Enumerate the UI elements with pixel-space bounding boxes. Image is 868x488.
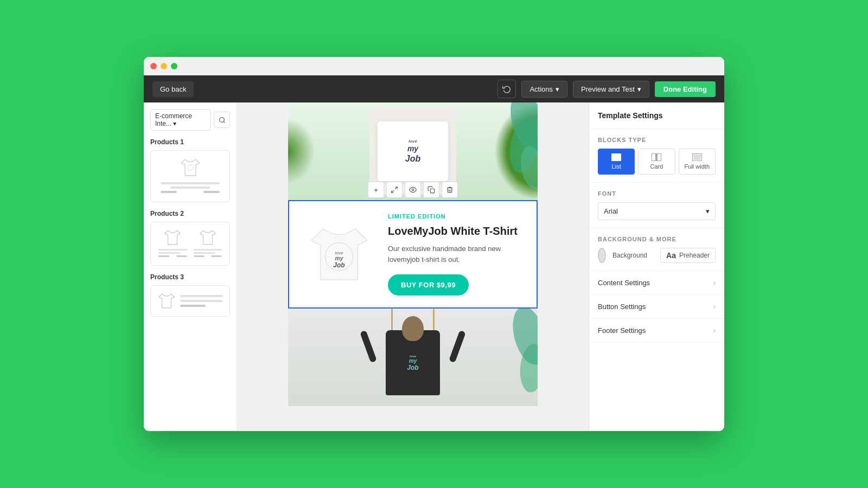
svg-line-7 [392,190,394,192]
browser-window: Go back Actions ▾ Preview and Test ▾ Don… [144,57,724,431]
blocks-type-section: BLOCKS TYPE List [589,129,724,183]
p2-line-2 [158,252,180,254]
product-block[interactable]: love my Job LIMITED EDITION LoveMyJob Wh… [288,200,538,309]
card-layout-icon [652,153,661,161]
dot-green-window[interactable] [171,63,177,69]
p1-line-2 [170,187,210,189]
p2-item-2 [193,229,224,259]
email-preview-container: love my Job [237,102,589,431]
footer-settings-label: Footer Settings [598,326,646,335]
email-content-wrapper: love my Job [288,102,538,431]
search-button[interactable] [214,112,230,128]
svg-point-8 [412,189,414,191]
p2-line-3 [194,249,222,251]
block-type-fullwidth-label: Full width [685,163,710,170]
copy-block-button[interactable] [423,182,439,198]
button-settings-section[interactable]: Button Settings › [589,295,724,319]
content-settings-chevron: › [713,279,716,287]
p3-line-3 [180,305,206,307]
products-1-tshirt-icon [180,157,201,178]
preheader-label: Preheader [679,252,710,259]
p3-lines [180,295,223,307]
leaf-svg [483,102,538,200]
p2-price-row-2 [194,255,222,257]
add-icon: + [374,186,378,194]
svg-rect-20 [652,153,656,161]
product-badge: LIMITED EDITION [388,213,525,220]
products-1-card[interactable] [150,150,230,202]
dot-yellow[interactable] [161,63,167,69]
p3-line-2 [180,300,223,302]
content-settings-label: Content Settings [598,279,650,287]
blocks-type-label: BLOCKS TYPE [598,137,716,143]
block-type-list-label: List [612,163,621,170]
block-type-card-label: Card [650,163,663,170]
font-dropdown[interactable]: Arial ▾ [598,202,716,220]
delete-block-button[interactable] [442,182,458,198]
button-settings-label: Button Settings [598,303,646,311]
p2-price-row-1 [158,255,187,257]
background-text: Background [612,252,647,259]
p3-row [157,292,223,310]
footer-settings-section[interactable]: Footer Settings › [589,319,724,343]
product-info: LIMITED EDITION LoveMyJob White T-Shirt … [388,213,525,296]
hide-block-button[interactable] [405,182,421,198]
preview-button[interactable]: Preview and Test ▾ [573,81,649,98]
p3-line-1 [180,295,223,297]
p1-price-left [161,191,177,193]
block-type-fullwidth-button[interactable]: Full width [679,149,716,175]
footer-settings-chevron: › [713,327,716,335]
product-name: LoveMyJob White T-Shirt [388,224,525,238]
done-editing-button[interactable]: Done Editing [655,81,716,97]
toolbar: Go back Actions ▾ Preview and Test ▾ Don… [144,75,724,102]
block-toolbar: + [368,182,458,198]
preview-label: Preview and Test [581,85,635,93]
svg-line-1 [224,121,225,123]
p2-line-4 [194,252,215,254]
products-3-group: Products 3 [150,273,230,317]
history-button[interactable] [497,80,516,98]
background-section: BACKGROUND & MORE Background Aa Preheade… [589,228,724,271]
svg-rect-18 [617,154,621,157]
background-label: BACKGROUND & MORE [598,236,716,242]
p1-price-right [203,191,220,193]
svg-point-2 [187,165,193,171]
products-2-card[interactable] [150,222,230,266]
background-color-picker[interactable] [598,248,606,263]
font-value: Arial [604,207,618,215]
preheader-button[interactable]: Aa Preheader [660,248,716,263]
products-2-group: Products 2 [150,210,230,266]
bottom-leaf-svg [489,309,538,406]
email-footer-image: love my Job [288,309,538,406]
buy-button[interactable]: BUY FOR $9,99 [388,274,469,296]
go-back-button[interactable]: Go back [152,81,194,97]
resize-block-button[interactable] [386,182,403,198]
product-tshirt-image: love my Job [307,219,372,290]
products-1-group: Products 1 [150,138,230,202]
svg-point-0 [219,117,224,122]
p2-line-1 [158,249,187,251]
svg-rect-9 [430,189,435,193]
actions-button[interactable]: Actions ▾ [521,81,567,98]
block-container: + [288,200,538,309]
actions-chevron: ▾ [556,85,559,93]
left-panel-header: E-commerce Inte... ▾ [150,109,230,131]
content-settings-section[interactable]: Content Settings › [589,271,724,295]
products-3-card[interactable] [150,285,230,317]
add-block-button[interactable]: + [368,182,384,198]
font-label: FONT [598,190,716,197]
p2-item-1 [157,229,188,259]
ecommerce-dropdown[interactable]: E-commerce Inte... ▾ [150,109,210,131]
p1-line-1 [161,182,220,184]
template-settings-header: Template Settings [589,102,724,129]
p2-price-2b [211,255,222,257]
block-type-list-button[interactable]: List [598,149,635,175]
svg-rect-19 [617,158,621,160]
dot-red[interactable] [150,63,157,69]
block-type-card-button[interactable]: Card [638,149,675,175]
preview-chevron: ▾ [637,85,641,93]
p2-tshirt-2-icon [199,229,217,246]
aa-icon: Aa [666,251,676,260]
product-description: Our exclusive handmade brand new lovemyj… [388,243,525,265]
products-2-label: Products 2 [150,210,230,217]
